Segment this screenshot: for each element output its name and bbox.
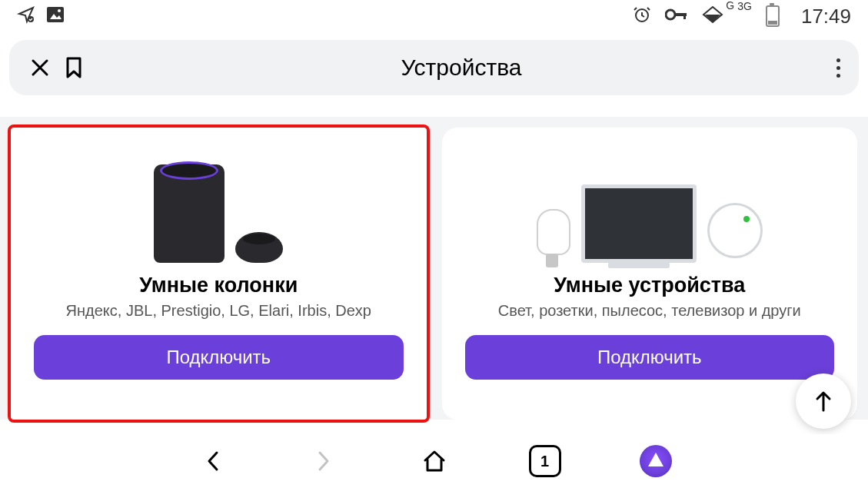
tv-icon xyxy=(581,184,697,263)
sensor-icon xyxy=(707,203,763,258)
tabs-count: 1 xyxy=(540,453,549,470)
forward-button[interactable] xyxy=(307,444,341,478)
card-speakers-title: Умные колонки xyxy=(139,274,298,297)
speaker-small-icon xyxy=(235,232,283,263)
devices-art xyxy=(537,148,763,263)
bulb-icon xyxy=(537,209,570,255)
more-menu-button[interactable] xyxy=(832,58,845,78)
connect-devices-button[interactable]: Подключить xyxy=(465,335,835,380)
connect-speakers-button[interactable]: Подключить xyxy=(34,335,404,380)
speaker-large-icon xyxy=(154,164,224,263)
wifi-icon: G xyxy=(702,5,723,28)
card-smart-devices[interactable]: Умные устройства Свет, розетки, пылесос,… xyxy=(442,128,858,420)
image-icon xyxy=(46,6,65,27)
speakers-art xyxy=(154,148,283,263)
svg-rect-1 xyxy=(47,7,64,22)
tabs-button[interactable]: 1 xyxy=(528,444,562,478)
vpn-key-icon xyxy=(665,8,688,25)
scroll-top-fab[interactable] xyxy=(796,373,851,429)
clock: 17:49 xyxy=(801,5,851,28)
svg-point-3 xyxy=(58,9,61,12)
bottom-nav: 1 xyxy=(0,434,868,488)
network-3g-label: 3G xyxy=(737,2,752,11)
battery-icon xyxy=(766,5,780,27)
card-smart-speakers[interactable]: Умные колонки Яндекс, JBL, Prestigio, LG… xyxy=(11,128,427,420)
location-icon xyxy=(17,5,35,28)
content-area: Умные колонки Яндекс, JBL, Prestigio, LG… xyxy=(0,117,868,424)
svg-point-5 xyxy=(666,10,675,19)
card-devices-title: Умные устройства xyxy=(554,274,745,297)
back-button[interactable] xyxy=(196,444,230,478)
card-speakers-subtitle: Яндекс, JBL, Prestigio, LG, Elari, Irbis… xyxy=(66,302,371,320)
android-status-bar: G 3G 17:49 xyxy=(0,0,868,32)
alarm-icon xyxy=(633,5,651,28)
card-devices-subtitle: Свет, розетки, пылесос, телевизор и друг… xyxy=(498,302,801,320)
close-button[interactable] xyxy=(23,51,57,85)
alice-icon xyxy=(640,445,672,477)
alice-button[interactable] xyxy=(639,444,673,478)
network-g-label: G xyxy=(726,1,734,10)
svg-rect-7 xyxy=(683,13,686,19)
bookmark-button[interactable] xyxy=(57,51,91,85)
page-title: Устройства xyxy=(91,55,832,81)
home-button[interactable] xyxy=(417,444,451,478)
browser-bar: Устройства xyxy=(9,40,859,95)
